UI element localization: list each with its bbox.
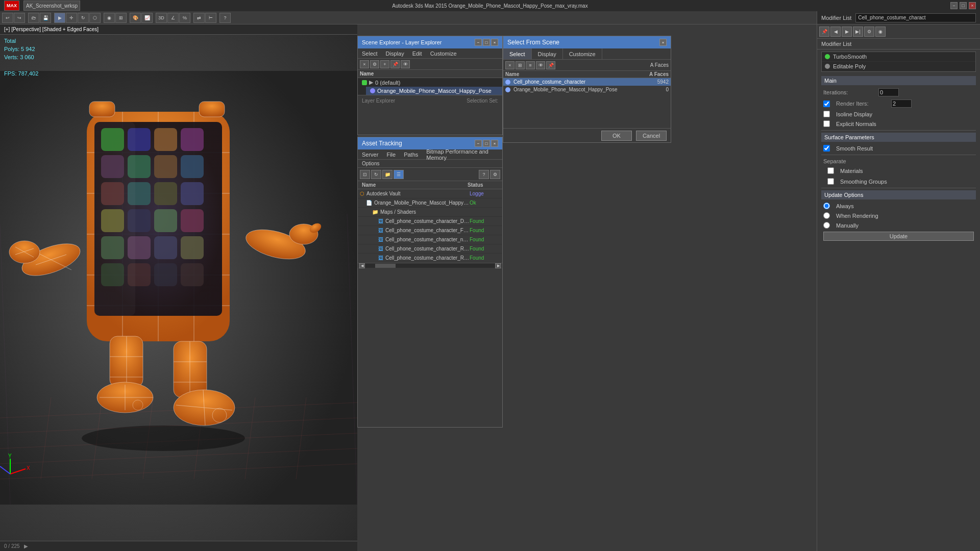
- asset-tracking-title: Asset Tracking − □ ×: [358, 137, 502, 149]
- close-button[interactable]: ×: [969, 2, 976, 9]
- snap-angle-button[interactable]: ∠: [167, 13, 179, 23]
- ap-scroll-right-button[interactable]: ▶: [495, 263, 501, 268]
- pp-explicit-checkbox[interactable]: [823, 120, 830, 127]
- sfs-tab-customize[interactable]: Customize: [563, 48, 602, 59]
- se-menu-edit[interactable]: Edit: [408, 48, 426, 58]
- pp-mod-turbosmooth[interactable]: TurboSmooth: [822, 52, 975, 62]
- select-tool-button[interactable]: ▶: [54, 13, 65, 23]
- pp-forward-button[interactable]: ▶: [842, 27, 852, 37]
- ap-row-main-file[interactable]: 📄 Orange_Mobile_Phone_Mascot_Happy_Pose_…: [358, 198, 502, 208]
- pp-object-name-input[interactable]: [855, 13, 976, 22]
- se-close-icon[interactable]: ×: [360, 60, 369, 68]
- open-file-button[interactable]: 🗁: [28, 13, 39, 23]
- sfs-tab-select[interactable]: Select: [503, 48, 532, 59]
- se-menu-display[interactable]: Display: [382, 48, 408, 58]
- pp-isoline-checkbox[interactable]: [823, 111, 830, 117]
- snap-3d-button[interactable]: 3D: [156, 13, 167, 23]
- help-button[interactable]: ?: [219, 13, 231, 23]
- ap-menu-server[interactable]: Server: [358, 149, 382, 159]
- sfs-ok-button[interactable]: OK: [601, 131, 632, 141]
- se-obj-row-1[interactable]: Orange_Mobile_Phone_Mascot_Happy_Pose: [366, 87, 502, 95]
- pp-mod-editable-poly[interactable]: Editable Poly: [822, 62, 975, 71]
- ap-view-button[interactable]: ☰: [394, 170, 404, 179]
- ap-menu-options[interactable]: Options: [362, 161, 498, 166]
- pp-update-button[interactable]: Update: [823, 232, 974, 241]
- se-add-icon[interactable]: +: [380, 60, 389, 68]
- sfs-cancel-button[interactable]: Cancel: [636, 131, 667, 141]
- se-pin-icon[interactable]: 📌: [390, 60, 400, 68]
- asset-tracking-scrollbar[interactable]: ◀ ▶: [358, 263, 502, 268]
- scale-tool-button[interactable]: ⬡: [89, 13, 101, 23]
- ap-minimize-button[interactable]: −: [475, 140, 482, 147]
- mirror-button[interactable]: ⇄: [193, 13, 205, 23]
- maximize-button[interactable]: □: [960, 2, 967, 9]
- ap-scroll-left-button[interactable]: ◀: [359, 263, 365, 268]
- se-maximize-button[interactable]: □: [483, 39, 490, 46]
- pp-always-radio[interactable]: [823, 203, 830, 209]
- ap-row-vault[interactable]: ⬡ Autodesk Vault Logge: [358, 189, 502, 198]
- align-button[interactable]: ⊢: [205, 13, 216, 23]
- ap-menu-paths[interactable]: Paths: [400, 149, 422, 159]
- ap-row-reflect[interactable]: 🖼 Cell_phone_costume_character_Reflect_v…: [358, 244, 502, 254]
- se-view-icon[interactable]: 👁: [401, 60, 410, 68]
- render-setup-button[interactable]: ⊞: [115, 13, 127, 23]
- ap-menu-file[interactable]: File: [382, 149, 400, 159]
- ap-close-button[interactable]: ×: [491, 140, 498, 147]
- ap-refresh-button[interactable]: ↻: [371, 170, 381, 179]
- ap-connect-button[interactable]: ⊡: [360, 170, 370, 179]
- undo-button[interactable]: ↩: [2, 13, 13, 23]
- ap-row-reflglo[interactable]: 🖼 Cell_phone_costume_character_ReflectGl…: [358, 254, 502, 263]
- se-menu-select[interactable]: Select: [358, 48, 382, 58]
- se-menu-customize[interactable]: Customize: [426, 48, 461, 58]
- sfs-row-orange-phone[interactable]: Orange_Mobile_Phone_Mascot_Happy_Pose 0: [503, 86, 671, 93]
- sfs-row-cell-phone[interactable]: Cell_phone_costume_character 5942: [503, 78, 671, 86]
- pp-when-rendering-radio[interactable]: [823, 212, 830, 219]
- sfs-close-button[interactable]: ×: [659, 39, 667, 46]
- ap-scroll-handle[interactable]: [375, 264, 396, 268]
- pp-manually-radio[interactable]: [823, 222, 830, 229]
- ap-menu-bitmap[interactable]: Bitmap Performance and Memory: [422, 149, 502, 159]
- app-icon[interactable]: MAX: [4, 1, 19, 11]
- pp-render-icon[interactable]: ◉: [875, 27, 886, 37]
- pp-select-icon[interactable]: ▶|: [853, 27, 863, 37]
- sfs-eye-icon[interactable]: 👁: [536, 61, 545, 69]
- ap-path-button[interactable]: 📁: [382, 170, 393, 179]
- ap-row-diffuse[interactable]: 🖼 Cell_phone_costume_character_Diffuse_v…: [358, 217, 502, 226]
- ap-help-icon[interactable]: ?: [479, 170, 489, 179]
- snap-percent-button[interactable]: %: [179, 13, 190, 23]
- se-close-button[interactable]: ×: [491, 39, 498, 46]
- ap-maximize-button[interactable]: □: [483, 140, 490, 147]
- pp-iterations-input[interactable]: [878, 88, 899, 96]
- pp-back-button[interactable]: ◀: [830, 27, 841, 37]
- viewport[interactable]: X Y Z Total Polys: 5 942 Verts: 3 060 FP…: [0, 35, 357, 541]
- tab-label[interactable]: AK_Screenshot_wrksp: [23, 1, 80, 11]
- sfs-list-icon[interactable]: ≡: [526, 61, 535, 69]
- save-file-button[interactable]: 💾: [40, 13, 51, 23]
- curve-editor-button[interactable]: 📈: [141, 13, 153, 23]
- sfs-pin-icon[interactable]: 📌: [546, 61, 555, 69]
- material-editor-button[interactable]: 🎨: [130, 13, 141, 23]
- sfs-tab-display[interactable]: Display: [532, 48, 563, 59]
- se-minimize-button[interactable]: −: [475, 39, 482, 46]
- playback-button[interactable]: ▶: [24, 543, 28, 549]
- ap-row-maps-folder[interactable]: 📁 Maps / Shaders: [358, 208, 502, 217]
- pp-pin-icon[interactable]: 📌: [819, 27, 829, 37]
- pp-smooth-result-checkbox[interactable]: [823, 145, 830, 152]
- minimize-button[interactable]: −: [950, 2, 958, 9]
- sfs-grid-icon[interactable]: ⊞: [516, 61, 525, 69]
- render-button[interactable]: ◉: [104, 13, 115, 23]
- pp-render-iters-input[interactable]: [891, 99, 912, 108]
- ap-row-normal[interactable]: 🖼 Cell_phone_costume_character_normal.pn…: [358, 235, 502, 244]
- ap-row-fresnel[interactable]: 🖼 Cell_phone_costume_character_Fresnel_v…: [358, 226, 502, 235]
- redo-button[interactable]: ↪: [14, 13, 25, 23]
- ap-settings-icon[interactable]: ⚙: [490, 170, 500, 179]
- pp-smoothing-checkbox[interactable]: [827, 178, 834, 185]
- pp-render-iters-checkbox[interactable]: [823, 101, 830, 107]
- rotate-tool-button[interactable]: ↻: [78, 13, 89, 23]
- sfs-close-x-icon[interactable]: ×: [505, 61, 514, 69]
- pp-materials-checkbox[interactable]: [827, 167, 834, 174]
- se-layer-row-0[interactable]: ▶ 0 (default): [358, 78, 502, 87]
- se-options-icon[interactable]: ⚙: [370, 60, 379, 68]
- move-tool-button[interactable]: ✛: [66, 13, 77, 23]
- pp-config-icon[interactable]: ⚙: [864, 27, 874, 37]
